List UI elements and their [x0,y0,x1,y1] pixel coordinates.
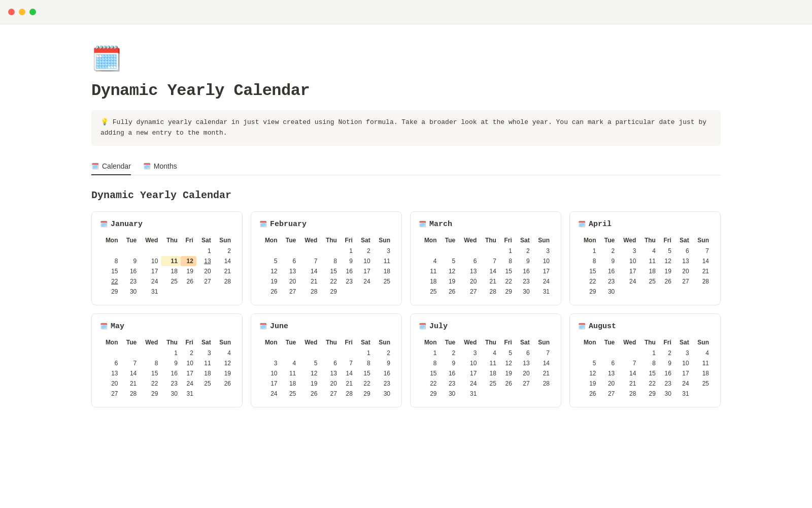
day-cell[interactable]: 26 [440,287,459,297]
day-cell[interactable]: 27 [320,389,340,399]
day-cell[interactable]: 23 [515,276,533,287]
day-cell[interactable]: 25 [480,378,499,389]
day-cell[interactable]: 16 [599,266,618,276]
day-cell[interactable]: 10 [181,358,196,368]
day-cell[interactable]: 1 [639,348,659,358]
day-cell[interactable]: 1 [578,246,599,256]
day-cell[interactable]: 24 [458,378,480,389]
day-cell[interactable]: 22 [140,378,161,389]
day-cell[interactable]: 13 [100,368,121,378]
day-cell[interactable]: 10 [674,358,692,368]
day-cell[interactable]: 29 [140,389,161,399]
maximize-button[interactable] [29,9,36,15]
day-cell[interactable]: 6 [281,256,299,266]
day-cell[interactable]: 10 [259,368,281,378]
day-cell[interactable]: 31 [181,389,196,399]
day-cell[interactable]: 2 [599,246,618,256]
day-cell[interactable]: 7 [340,358,356,368]
day-cell[interactable]: 17 [458,368,480,378]
day-cell[interactable]: 20 [599,378,618,389]
day-cell[interactable]: 4 [480,348,499,358]
day-cell[interactable]: 2 [440,348,459,358]
day-cell[interactable]: 6 [515,348,533,358]
day-cell[interactable]: 16 [374,368,393,378]
day-cell[interactable]: 11 [639,256,659,266]
day-cell[interactable]: 3 [259,358,281,368]
day-cell[interactable]: 21 [480,276,499,287]
day-cell[interactable]: 8 [578,256,599,266]
day-cell[interactable]: 15 [499,266,515,276]
day-cell[interactable]: 4 [419,256,440,266]
day-cell[interactable]: 2 [374,348,393,358]
day-cell[interactable]: 18 [639,266,659,276]
day-cell[interactable]: 19 [499,368,515,378]
day-cell[interactable]: 17 [674,368,692,378]
day-cell[interactable]: 27 [458,287,480,297]
day-cell[interactable]: 28 [618,389,639,399]
day-cell[interactable]: 27 [281,287,299,297]
day-cell[interactable]: 18 [692,368,712,378]
day-cell[interactable]: 29 [499,287,515,297]
day-cell[interactable]: 19 [259,276,281,287]
day-cell[interactable]: 28 [340,389,356,399]
day-cell[interactable]: 30 [440,389,459,399]
day-cell[interactable]: 5 [659,246,674,256]
day-cell[interactable]: 4 [281,358,299,368]
day-cell[interactable]: 27 [674,276,692,287]
day-cell[interactable]: 7 [121,358,140,368]
day-cell[interactable]: 25 [419,287,440,297]
day-cell[interactable]: 25 [374,276,393,287]
day-cell[interactable]: 12 [259,266,281,276]
day-cell[interactable]: 22 [419,378,440,389]
day-cell[interactable]: 18 [281,378,299,389]
day-cell[interactable]: 29 [356,389,374,399]
day-cell[interactable]: 23 [374,378,393,389]
day-cell[interactable]: 3 [196,348,214,358]
day-cell[interactable]: 19 [659,266,674,276]
day-cell[interactable]: 11 [419,266,440,276]
day-cell[interactable]: 25 [196,378,214,389]
day-cell[interactable]: 3 [618,246,639,256]
day-cell[interactable]: 7 [533,348,553,358]
day-cell[interactable]: 12 [440,266,459,276]
day-cell[interactable]: 31 [674,389,692,399]
day-cell[interactable]: 28 [692,276,712,287]
day-cell[interactable]: 9 [340,256,356,266]
day-cell[interactable]: 19 [440,276,459,287]
day-cell[interactable]: 18 [196,368,214,378]
day-cell[interactable]: 11 [692,358,712,368]
day-cell[interactable]: 1 [340,246,356,256]
day-cell[interactable]: 14 [618,368,639,378]
day-cell[interactable]: 15 [639,368,659,378]
day-cell[interactable]: 1 [196,246,214,256]
day-cell[interactable]: 12 [499,358,515,368]
day-cell[interactable]: 12 [578,368,599,378]
day-cell[interactable]: 18 [419,276,440,287]
day-cell[interactable]: 23 [659,378,674,389]
day-cell[interactable]: 11 [281,368,299,378]
day-cell[interactable]: 15 [100,266,121,276]
day-cell[interactable]: 2 [515,246,533,256]
day-cell[interactable]: 9 [161,358,181,368]
day-cell[interactable]: 17 [533,266,553,276]
day-cell[interactable]: 15 [578,266,599,276]
day-cell[interactable]: 27 [515,378,533,389]
day-cell[interactable]: 14 [121,368,140,378]
day-cell[interactable]: 1 [419,348,440,358]
day-cell[interactable]: 5 [499,348,515,358]
day-cell[interactable]: 13 [515,358,533,368]
day-cell[interactable]: 8 [356,358,374,368]
day-cell[interactable]: 26 [181,276,196,287]
day-cell[interactable]: 23 [161,378,181,389]
day-cell[interactable]: 20 [320,378,340,389]
day-cell[interactable]: 15 [320,266,340,276]
day-cell[interactable]: 24 [356,276,374,287]
day-cell[interactable]: 10 [356,256,374,266]
day-cell[interactable]: 8 [100,256,121,266]
day-cell[interactable]: 5 [299,358,320,368]
day-cell[interactable]: 24 [181,378,196,389]
day-cell[interactable]: 7 [618,358,639,368]
day-cell[interactable]: 18 [374,266,393,276]
day-cell[interactable]: 31 [533,287,553,297]
day-cell[interactable]: 22 [100,276,121,287]
